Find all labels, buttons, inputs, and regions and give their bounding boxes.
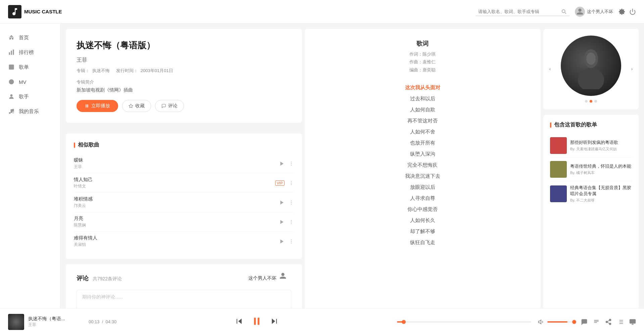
similar-song-name: 暧昧 <box>74 157 83 163</box>
menu-icon[interactable] <box>289 180 294 186</box>
playlist-item[interactable]: 经典粤语合集【无损音质】黑胶唱片会员专属 By. 不二大叔呀 <box>550 181 632 206</box>
sidebar-item-charts[interactable]: 排行榜 <box>0 45 60 60</box>
play-icon[interactable] <box>279 200 285 205</box>
similar-songs-section: 相似歌曲 暧昧 王菲 情人知己 叶情文 VIP 堆积情感 邝美云 月亮 <box>66 133 302 259</box>
nav-dot-2[interactable] <box>590 100 592 103</box>
lyrics-line: 人如何长久 <box>321 215 525 226</box>
svg-point-15 <box>291 184 292 185</box>
playlist-by: By. 天素地凄踏遍马亿又何妨 <box>570 147 618 152</box>
prev-button[interactable] <box>235 317 243 326</box>
sidebar-item-mv[interactable]: MV <box>0 74 60 89</box>
album-name: 执迷不悔 <box>92 68 110 73</box>
sidebar-item-home[interactable]: 首页 <box>0 30 60 45</box>
header-user[interactable]: 这个男人不坏 <box>575 7 613 17</box>
menu-icon[interactable] <box>289 200 294 205</box>
progress-fill <box>397 321 404 323</box>
svg-rect-52 <box>630 319 636 323</box>
sidebar-item-artist[interactable]: 歌手 <box>0 89 60 104</box>
svg-point-25 <box>291 239 292 240</box>
menu-icon[interactable] <box>289 219 294 225</box>
lyrics-line: 也放开所有 <box>321 137 525 148</box>
volume-icon[interactable] <box>538 319 545 325</box>
search-icon[interactable] <box>561 8 567 14</box>
comments-count: 共7922条评论 <box>93 276 122 281</box>
sidebar-item-mymusic[interactable]: 我的音乐 <box>0 104 60 119</box>
song-row[interactable]: 堆积情感 邝美云 <box>74 193 294 212</box>
svg-point-30 <box>586 53 596 65</box>
song-row[interactable]: 月亮 陈慧娴 <box>74 212 294 232</box>
similar-song-name: 情人知己 <box>74 177 93 183</box>
comments-heading: 评论 共7922条评论 <box>77 274 122 282</box>
comment-button[interactable]: 评论 <box>155 100 184 112</box>
player-track-info: 执迷不悔（粤语... 王菲 <box>28 316 65 328</box>
comment-player-icon[interactable] <box>581 319 588 325</box>
sidebar-label-charts: 排行榜 <box>19 49 34 56</box>
avatar <box>575 7 585 17</box>
release-label: 发行时间： <box>116 68 138 73</box>
lyrics-line: 纵狂自飞走 <box>321 237 525 248</box>
volume-dot <box>572 320 576 324</box>
lyrics-player-icon[interactable] <box>593 319 600 325</box>
progress-bar[interactable] <box>397 321 531 323</box>
playlist-item[interactable]: 粤语传世经典，怀旧是人的本能 By. 橘子树风车 <box>550 158 632 181</box>
svg-point-17 <box>291 201 292 201</box>
song-row-actions <box>279 200 294 205</box>
nav-dot-3[interactable] <box>594 100 597 103</box>
playlist-by: By. 橘子树风车 <box>570 170 631 175</box>
lyrics-line: 这次我从头面对 <box>321 82 525 93</box>
nav-dot-1[interactable] <box>585 100 588 103</box>
play-icon[interactable] <box>279 219 285 225</box>
song-artist: 王菲 <box>77 57 291 64</box>
player-time: 00:13 / 04:30 <box>89 319 116 324</box>
song-row-actions <box>279 239 294 244</box>
play-icon[interactable] <box>279 239 285 244</box>
play-pause-button[interactable] <box>251 316 262 328</box>
album-intro: 专辑简介 新加坡电视剧《情网》插曲 <box>77 79 291 93</box>
lyrics-line: 我决意沉迷下去 <box>321 170 525 181</box>
main-content: 执迷不悔（粤语版） 王菲 专辑：执迷不悔 发行时间：2003年01月01日 专辑… <box>60 23 644 323</box>
pause-icon <box>85 104 89 108</box>
sidebar-item-playlist[interactable]: 歌单 <box>0 60 60 74</box>
similar-song-artist: 叶情文 <box>74 183 93 189</box>
song-row-info: 暧昧 王菲 <box>74 157 83 170</box>
search-box[interactable] <box>476 7 569 16</box>
playlists-list: 那些好听到发疯的粤语歌 By. 天素地凄踏遍马亿又何妨 粤语传世经典，怀旧是人的… <box>550 134 632 206</box>
playlist-item[interactable]: 那些好听到发疯的粤语歌 By. 天素地凄踏遍马亿又何妨 <box>550 134 632 158</box>
svg-marker-37 <box>539 320 541 324</box>
playlist-name: 经典粤语合集【无损音质】黑胶唱片会员专属 <box>570 185 632 197</box>
player-extra <box>581 319 636 325</box>
similar-song-artist: 王菲 <box>74 164 83 170</box>
svg-rect-0 <box>9 52 10 55</box>
next-button[interactable] <box>270 317 278 326</box>
menu-icon[interactable] <box>289 239 294 244</box>
song-row[interactable]: 情人知己 叶情文 VIP <box>74 173 294 193</box>
volume-bar[interactable] <box>547 321 574 323</box>
svg-point-41 <box>609 319 611 321</box>
progress-area[interactable] <box>397 321 531 323</box>
prev-arrow[interactable]: ‹ <box>546 65 554 73</box>
play-icon[interactable] <box>279 161 285 166</box>
svg-rect-6 <box>86 104 87 107</box>
mv-icon <box>8 78 15 85</box>
settings-icon[interactable] <box>618 8 625 15</box>
lyrics-line: 人如何不舍 <box>321 126 525 137</box>
next-arrow[interactable]: › <box>628 65 636 73</box>
album-cover <box>561 36 621 96</box>
song-row-actions: VIP <box>275 180 294 186</box>
search-input[interactable] <box>478 9 558 14</box>
comments-user: 这个男人不坏 <box>248 272 291 284</box>
play-button[interactable]: 立即播放 <box>77 100 118 112</box>
playlist-player-icon[interactable] <box>617 319 624 325</box>
song-row[interactable]: 难得有情人 关淑怡 <box>74 232 294 251</box>
svg-point-23 <box>291 223 292 224</box>
desktop-icon[interactable] <box>629 319 636 325</box>
collect-button[interactable]: 收藏 <box>122 100 151 112</box>
menu-icon[interactable] <box>289 161 294 166</box>
volume-fill <box>547 321 567 323</box>
comment-input[interactable]: 期待你的神评论...... <box>77 290 291 310</box>
comments-title: 评论 <box>77 275 89 282</box>
power-icon[interactable] <box>629 8 636 15</box>
song-row[interactable]: 暧昧 王菲 <box>74 154 294 173</box>
comment-icon <box>161 104 166 108</box>
share-icon[interactable] <box>605 319 612 325</box>
